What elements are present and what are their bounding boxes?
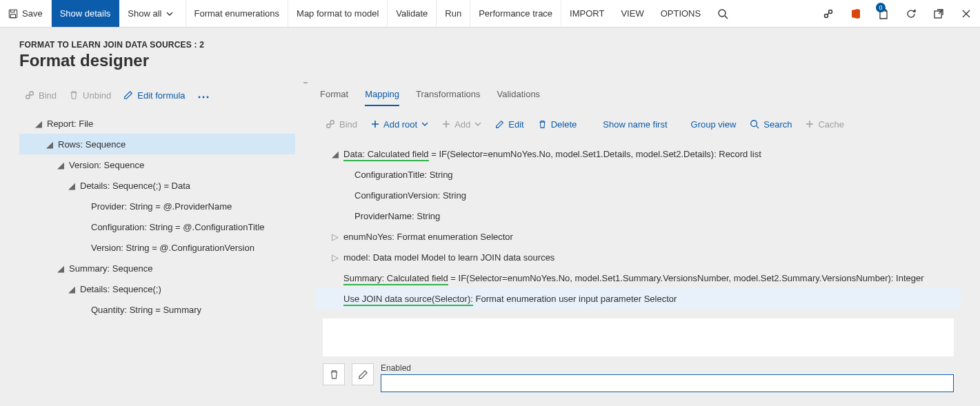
pencil-icon [495, 120, 504, 129]
page-title: Format designer [19, 51, 961, 70]
view-label: VIEW [621, 8, 643, 19]
group-view-button[interactable]: Group view [686, 115, 742, 134]
run-button[interactable]: Run [437, 0, 470, 27]
unbind-button[interactable]: Unbind [63, 86, 117, 105]
performance-trace-button[interactable]: Performance trace [470, 0, 561, 27]
format-enumerations-button[interactable]: Format enumerations [186, 0, 289, 27]
edit-label: Edit [508, 119, 523, 130]
tree-node-config-version[interactable]: ConfigurationVersion: String [316, 185, 961, 205]
edit-formula-button[interactable]: Edit formula [118, 86, 190, 105]
map-format-label: Map format to model [297, 8, 379, 19]
breadcrumb: FORMAT TO LEARN JOIN DATA SOURCES : 2 [19, 40, 961, 50]
save-icon [8, 9, 18, 19]
enabled-input[interactable] [381, 374, 954, 392]
tree-node-summary[interactable]: Summary: Calculated field = IF(Selector=… [316, 267, 961, 288]
tree-node-summary-details[interactable]: ◢Details: Sequence(;) [19, 278, 295, 299]
delete-property-button[interactable] [323, 363, 345, 385]
tree-label: Quantity: String = Summary [88, 305, 204, 315]
format-enumerations-label: Format enumerations [194, 8, 280, 19]
add-root-button[interactable]: Add root [366, 115, 434, 134]
command-bar: Save Show details Show all Format enumer… [0, 0, 980, 28]
close-button[interactable] [952, 0, 980, 27]
bind-button[interactable]: Bind [19, 86, 62, 105]
svg-point-10 [206, 96, 208, 98]
options-menu[interactable]: OPTIONS [652, 0, 710, 27]
tail-segment: Format enumeration user input parameter … [473, 294, 677, 304]
hl-segment: Use JOIN data source(Selector): [343, 294, 473, 306]
more-icon [198, 96, 209, 99]
bind-label: Bind [339, 119, 357, 130]
enabled-label: Enabled [381, 363, 954, 373]
tab-validations[interactable]: Validations [497, 83, 540, 106]
right-toolbar: Bind Add root Add Edit [316, 109, 961, 139]
tree-node-configuration[interactable]: Configuration: String = @.ConfigurationT… [19, 216, 295, 237]
save-button[interactable]: Save [0, 0, 52, 27]
chevron-down-icon [474, 121, 481, 128]
plus-icon [371, 120, 379, 128]
refresh-button[interactable] [897, 0, 925, 27]
tree-label: Provider: String = @.ProviderName [88, 201, 234, 212]
hl-segment: Data: Calculated field [343, 149, 429, 161]
import-menu[interactable]: IMPORT [561, 0, 612, 27]
tree-node-provider-name[interactable]: ProviderName: String [316, 205, 961, 226]
office-button[interactable] [842, 0, 870, 27]
svg-point-8 [198, 96, 200, 98]
tree-node-config-title[interactable]: ConfigurationTitle: String [316, 164, 961, 185]
tree-label: ConfigurationVersion: String [352, 190, 469, 201]
view-menu[interactable]: VIEW [612, 0, 652, 27]
tree-label: Configuration: String = @.ConfigurationT… [88, 222, 268, 232]
trash-icon [69, 90, 79, 100]
popout-button[interactable] [925, 0, 952, 27]
chevron-down-icon [166, 10, 173, 17]
map-format-button[interactable]: Map format to model [288, 0, 388, 27]
tree-node-version-string[interactable]: Version: String = @.ConfigurationVersion [19, 237, 295, 258]
edit-property-button[interactable] [352, 363, 374, 385]
tree-node-model[interactable]: ▷model: Data model Model to learn JOIN d… [316, 247, 961, 267]
tree-label: model: Data model Model to learn JOIN da… [341, 252, 557, 263]
tree-node-summary[interactable]: ◢Summary: Sequence [19, 258, 295, 278]
trash-icon [329, 369, 339, 380]
show-name-first-button[interactable]: Show name first [597, 115, 672, 134]
tail-segment: = IF(Selector=enumNoYes.No, model.Set1.D… [429, 149, 761, 159]
svg-point-2 [719, 10, 726, 17]
add-button[interactable]: Add [437, 115, 487, 134]
show-name-label: Show name first [603, 119, 667, 130]
tree-node-report[interactable]: ◢Report: File [19, 113, 295, 134]
tree-node-details[interactable]: ◢Details: Sequence(;) = Data [19, 175, 295, 196]
svg-point-13 [751, 121, 757, 127]
tree-node-enum[interactable]: ▷enumNoYes: Format enumeration Selector [316, 226, 961, 247]
messages-button[interactable]: 0 [870, 0, 897, 27]
cache-button[interactable]: Cache [800, 115, 850, 134]
tree-node-selector[interactable]: Use JOIN data source(Selector): Format e… [316, 288, 961, 309]
tab-mapping[interactable]: Mapping [365, 83, 399, 106]
tree-node-rows[interactable]: ◢Rows: Sequence [19, 134, 295, 154]
svg-point-4 [829, 10, 832, 13]
link-icon [823, 8, 834, 19]
page-body: FORMAT TO LEARN JOIN DATA SOURCES : 2 Fo… [0, 28, 980, 392]
tree-node-data[interactable]: ◢ Data: Calculated field = IF(Selector=e… [316, 143, 961, 164]
tree-label: Version: String = @.ConfigurationVersion [88, 243, 257, 253]
tree-node-quantity[interactable]: Quantity: String = Summary [19, 299, 295, 320]
tab-format[interactable]: Format [320, 83, 348, 106]
plus-icon [442, 120, 450, 128]
show-details-button[interactable]: Show details [52, 0, 120, 27]
more-button[interactable] [192, 90, 214, 101]
tree-label: ConfigurationTitle: String [352, 170, 456, 180]
tree-node-version[interactable]: ◢Version: Sequence [19, 154, 295, 175]
tab-transformations[interactable]: Transformations [416, 83, 480, 106]
refresh-icon [906, 8, 917, 19]
find-button[interactable] [709, 0, 737, 27]
pane-splitter[interactable] [302, 81, 309, 84]
tab-label: Mapping [365, 89, 399, 99]
search-icon [750, 119, 759, 129]
tree-node-provider[interactable]: Provider: String = @.ProviderName [19, 196, 295, 216]
bind-button[interactable]: Bind [320, 115, 363, 134]
show-all-button[interactable]: Show all [119, 0, 186, 27]
search-button[interactable]: Search [744, 115, 797, 134]
attach-button[interactable] [814, 0, 842, 27]
tab-label: Transformations [416, 89, 480, 99]
delete-button[interactable]: Delete [532, 115, 583, 134]
import-label: IMPORT [570, 8, 604, 19]
edit-button[interactable]: Edit [490, 115, 529, 134]
validate-button[interactable]: Validate [388, 0, 437, 27]
